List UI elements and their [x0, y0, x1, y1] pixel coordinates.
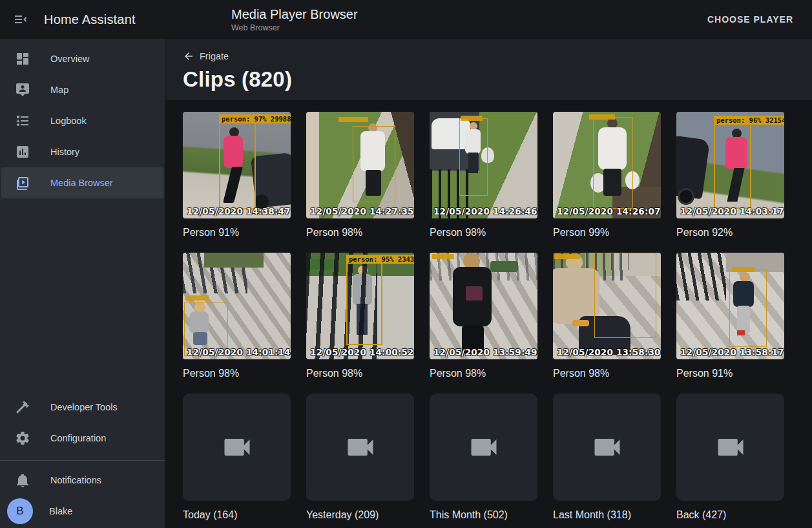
page-header: Frigate Clips (820) [165, 39, 812, 100]
folder-item-back[interactable]: Back (427) [676, 394, 784, 521]
clip-caption: Person 98% [306, 368, 414, 379]
clip-caption: Person 98% [553, 368, 661, 379]
folder-thumbnail [183, 394, 291, 501]
folder-thumbnail [430, 394, 537, 501]
clip-thumbnail: person: 97% 29988 12/05/2020 14:38:47 [183, 112, 291, 218]
clip-item[interactable]: person: 97% 29988 12/05/2020 14:38:47 Pe… [183, 112, 291, 238]
clip-caption: Person 92% [676, 227, 784, 238]
sidebar-item-logbook[interactable]: Logbook [1, 105, 163, 136]
clip-row: 12/05/2020 14:01:14 Person 98% person: 9… [183, 253, 812, 379]
clip-thumbnail: 12/05/2020 14:27:35 [306, 112, 414, 218]
clip-caption: Person 98% [306, 227, 414, 238]
folder-thumbnail [676, 394, 784, 501]
clip-item[interactable]: 12/05/2020 14:01:14 Person 98% [183, 253, 291, 379]
detection-mini-label [185, 295, 209, 301]
sidebar-item-label: Logbook [50, 116, 87, 126]
sidebar-item-label: History [50, 147, 79, 157]
folder-caption: Back (427) [676, 509, 784, 521]
media-grid: person: 97% 29988 12/05/2020 14:38:47 Pe… [165, 100, 812, 528]
clip-thumbnail: 12/05/2020 13:58:30 [553, 253, 661, 359]
clip-thumbnail: person: 96% 32154 12/05/2020 14:03:17 [676, 112, 784, 218]
clip-timestamp: 12/05/2020 14:38:47 [187, 206, 291, 216]
detection-mini-label [338, 117, 368, 122]
clip-timestamp: 12/05/2020 13:59:49 [433, 347, 537, 357]
folder-item-yesterday[interactable]: Yesterday (209) [306, 394, 414, 521]
clip-timestamp: 12/05/2020 14:01:14 [187, 347, 291, 357]
chart-box-icon [15, 144, 30, 160]
folder-caption: This Month (502) [430, 509, 537, 521]
clip-caption: Person 91% [183, 227, 291, 238]
sidebar-item-media-browser[interactable]: Media Browser [1, 167, 163, 198]
clip-caption: Person 91% [676, 368, 784, 379]
sidebar-item-overview[interactable]: Overview [1, 43, 163, 74]
sidebar-item-notifications[interactable]: Notifications [1, 465, 163, 496]
app-title: Home Assistant [44, 12, 136, 27]
sidebar-toggle-icon[interactable] [13, 12, 28, 27]
page-title: Clips (820) [183, 67, 812, 92]
sidebar-item-configuration[interactable]: Configuration [1, 423, 163, 454]
sidebar-item-map[interactable]: Map [1, 74, 163, 105]
play-box-multiple-icon [15, 175, 30, 191]
folder-item-last-month[interactable]: Last Month (318) [553, 394, 661, 521]
detection-bbox: person: 97% 29988 [219, 122, 256, 209]
clip-item[interactable]: 12/05/2020 14:26:46 Person 98% [430, 112, 537, 238]
detection-bbox [729, 269, 767, 347]
panel-subtitle: Web Browser [231, 23, 358, 32]
sidebar-item-developer-tools[interactable]: Developer Tools [1, 392, 163, 423]
detection-label: person: 97% 29988 [219, 114, 291, 123]
sidebar-item-label: Map [50, 85, 68, 95]
scene-shape [490, 261, 518, 272]
folder-caption: Yesterday (209) [306, 509, 414, 521]
choose-player-button[interactable]: CHOOSE PLAYER [702, 9, 798, 30]
clip-timestamp: 12/05/2020 13:58:17 [680, 347, 784, 357]
clip-item[interactable]: 12/05/2020 14:26:07 Person 99% [553, 112, 661, 238]
scene-shape [572, 320, 589, 326]
clip-item[interactable]: person: 96% 32154 12/05/2020 14:03:17 Pe… [676, 112, 784, 238]
clip-thumbnail: 12/05/2020 13:58:17 [676, 253, 784, 359]
sidebar-item-label: Configuration [50, 433, 106, 443]
hammer-icon [15, 399, 30, 415]
bell-icon [15, 472, 30, 488]
view-dashboard-icon [15, 51, 30, 67]
video-icon [714, 430, 747, 464]
clip-item[interactable]: 12/05/2020 13:59:49 Person 98% [430, 253, 537, 379]
clip-thumbnail: 12/05/2020 13:59:49 [430, 253, 537, 359]
clip-timestamp: 12/05/2020 14:26:07 [557, 206, 661, 216]
sidebar-item-label: Overview [50, 54, 89, 64]
scene-shape [676, 253, 726, 301]
sidebar-item-history[interactable]: History [1, 136, 163, 167]
clip-item[interactable]: person: 95% 23432 12/05/2020 14:00:52 Pe… [306, 253, 414, 379]
folder-item-this-month[interactable]: This Month (502) [430, 394, 537, 521]
cog-icon [15, 430, 30, 446]
detection-label: person: 95% 23432 [346, 255, 414, 264]
detection-mini-label [554, 254, 580, 259]
clip-timestamp: 12/05/2020 14:00:52 [310, 347, 414, 357]
clip-thumbnail: 12/05/2020 14:26:46 [430, 112, 537, 218]
sidebar-item-label: Developer Tools [50, 402, 118, 412]
sidebar-divider [0, 460, 165, 461]
video-icon [467, 430, 501, 464]
video-icon [220, 430, 254, 464]
home-assistant-app: Home Assistant Media Player Browser Web … [0, 0, 812, 528]
folder-caption: Today (164) [183, 509, 291, 521]
detection-bbox [593, 117, 633, 209]
detection-mini-label [432, 254, 454, 259]
arrow-left-icon [183, 50, 194, 62]
clip-item[interactable]: 12/05/2020 14:27:35 Person 98% [306, 112, 414, 238]
sidebar-user-profile[interactable]: B Blake [0, 496, 165, 527]
detection-bbox: person: 95% 23432 [346, 262, 382, 345]
scene-shape [204, 253, 264, 268]
clip-item[interactable]: 12/05/2020 13:58:17 Person 91% [676, 253, 784, 379]
folder-item-today[interactable]: Today (164) [183, 394, 291, 521]
video-icon [344, 430, 377, 464]
sidebar-header: Home Assistant [0, 12, 165, 27]
folder-thumbnail [306, 394, 414, 501]
clip-item[interactable]: 12/05/2020 13:58:30 Person 98% [553, 253, 661, 379]
media-browser-panel: Frigate Clips (820) person: 97% 29988 12… [165, 39, 812, 528]
breadcrumb[interactable]: Frigate [183, 50, 229, 62]
topbar-main: Media Player Browser Web Browser CHOOSE … [165, 7, 812, 32]
clip-timestamp: 12/05/2020 14:27:35 [310, 206, 414, 216]
panel-titles: Media Player Browser Web Browser [231, 7, 358, 32]
clip-caption: Person 99% [553, 227, 661, 238]
clip-thumbnail: 12/05/2020 14:01:14 [183, 253, 291, 359]
